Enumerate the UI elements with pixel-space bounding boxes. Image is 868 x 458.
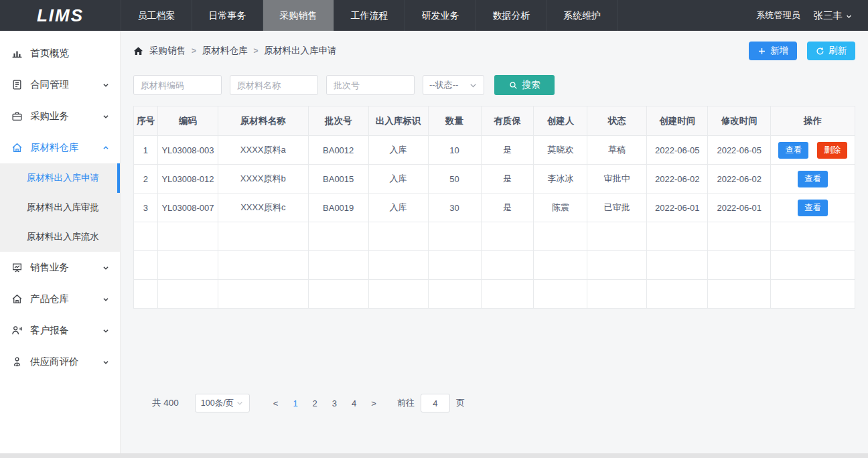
breadcrumb-item[interactable]: 原材料出入库申请 <box>265 45 337 57</box>
sidebar-subitem-label: 原材料出入库流水 <box>27 231 99 243</box>
briefcase-icon <box>11 110 23 122</box>
cell-batch: BA0015 <box>308 165 368 194</box>
page-number-2[interactable]: 2 <box>313 398 317 408</box>
home-icon <box>133 46 143 56</box>
col-header-index: 序号 <box>134 106 158 136</box>
search-icon <box>509 81 518 90</box>
sidebar-subitem-inout-apply[interactable]: 原材料出入库申请 <box>0 163 120 193</box>
table-row: 2 YL03008-012 XXXX原料b BA0015 入库 50 是 李冰冰… <box>134 165 855 194</box>
nav-tab-purchase-sales[interactable]: 采购销售 <box>263 0 334 31</box>
cell-warranty: 是 <box>481 194 534 222</box>
page-size-value: 100条/页 <box>201 398 234 409</box>
nav-tab-rnd-business[interactable]: 研发业务 <box>405 0 476 31</box>
refresh-button-label: 刷新 <box>828 45 847 57</box>
sidebar-subitem-inout-flow[interactable]: 原材料出入库流水 <box>0 222 120 252</box>
cell-batch: BA0012 <box>308 136 368 165</box>
next-page-button[interactable]: > <box>371 398 376 408</box>
view-button[interactable]: 查看 <box>798 200 828 216</box>
sidebar-item-supplier-evaluation[interactable]: 供应商评价 <box>0 346 120 378</box>
delete-button[interactable]: 删除 <box>817 142 847 159</box>
pagination: 共 400 100条/页 < 1 2 3 4 > 前往 页 <box>133 394 855 412</box>
nav-tab-workflow[interactable]: 工作流程 <box>334 0 405 31</box>
sidebar-item-raw-material-warehouse[interactable]: 原材料仓库 <box>0 132 120 163</box>
breadcrumb-item[interactable]: 采购销售 <box>149 45 186 57</box>
cell-name: XXXX原料c <box>218 194 308 222</box>
table-row-empty <box>134 222 855 251</box>
refresh-button[interactable]: 刷新 <box>807 42 855 60</box>
nav-tabs: 员工档案 日常事务 采购销售 工作流程 研发业务 数据分析 系统维护 <box>121 0 618 31</box>
breadcrumb-item[interactable]: 原材料仓库 <box>202 45 248 57</box>
cell-index: 2 <box>134 165 158 194</box>
status-select-value: --状态-- <box>429 79 458 91</box>
table-row-empty <box>134 280 855 309</box>
sidebar-item-home-overview[interactable]: 首页概览 <box>0 37 120 69</box>
material-code-input[interactable] <box>133 75 222 95</box>
goto-page-input[interactable] <box>421 394 450 412</box>
cell-creator: 李冰冰 <box>534 165 587 194</box>
col-header-code: 编码 <box>157 106 218 136</box>
page-bottom-strip <box>0 453 868 458</box>
cell-actions: 查看 <box>771 165 855 194</box>
cell-qty: 10 <box>428 136 481 165</box>
nav-tab-daily-affairs[interactable]: 日常事务 <box>192 0 263 31</box>
table-row-empty <box>134 251 855 280</box>
batch-number-input[interactable] <box>326 75 415 95</box>
breadcrumb-separator: > <box>192 46 196 56</box>
cell-name: XXXX原料b <box>218 165 308 194</box>
prev-page-button[interactable]: < <box>273 398 279 408</box>
cell-modified: 2022-06-05 <box>708 136 771 165</box>
page-number-1[interactable]: 1 <box>293 398 297 408</box>
sidebar-item-product-warehouse[interactable]: 产品仓库 <box>0 283 120 315</box>
nav-tab-system-maintenance[interactable]: 系统维护 <box>547 0 618 31</box>
sidebar-subitem-label: 原材料出入库申请 <box>27 172 99 184</box>
customer-icon <box>11 325 23 336</box>
material-name-input[interactable] <box>230 75 318 95</box>
top-navbar: LIMS 员工档案 日常事务 采购销售 工作流程 研发业务 数据分析 系统维护 … <box>0 0 868 31</box>
page-number-4[interactable]: 4 <box>352 398 356 408</box>
cell-warranty: 是 <box>481 136 534 165</box>
sidebar-item-contract-management[interactable]: 合同管理 <box>0 69 120 100</box>
cell-flag: 入库 <box>368 165 428 194</box>
page-size-select[interactable]: 100条/页 <box>195 394 250 412</box>
chevron-down-icon <box>101 358 111 367</box>
chevron-down-icon <box>469 81 478 90</box>
sidebar-subitem-label: 原材料出入库审批 <box>27 202 99 214</box>
add-button[interactable]: 新增 <box>749 42 797 60</box>
raw-material-submenu: 原材料出入库申请 原材料出入库审批 原材料出入库流水 <box>0 163 120 252</box>
col-header-name: 原材料名称 <box>218 106 308 136</box>
status-select[interactable]: --状态-- <box>423 75 484 95</box>
refresh-icon <box>816 47 824 56</box>
sidebar-subitem-inout-approve[interactable]: 原材料出入库审批 <box>0 193 120 222</box>
user-menu[interactable]: 张三丰 <box>814 9 854 22</box>
nav-tab-employee-files[interactable]: 员工档案 <box>121 0 192 31</box>
table-row: 3 YL03008-007 XXXX原料c BA0019 入库 30 是 陈震 … <box>134 194 855 222</box>
sidebar-item-purchase-business[interactable]: 采购业务 <box>0 100 120 132</box>
app-logo: LIMS <box>0 0 121 31</box>
view-button[interactable]: 查看 <box>798 171 828 187</box>
sidebar-item-label: 供应商评价 <box>30 356 101 368</box>
cell-status: 草稿 <box>587 136 647 165</box>
data-table-wrap: 序号 编码 原材料名称 批次号 出入库标识 数量 有质保 创建人 状态 创建时间… <box>133 106 855 309</box>
sidebar-item-label: 销售业务 <box>30 261 101 274</box>
breadcrumb: 采购销售 > 原材料仓库 > 原材料出入库申请 <box>133 45 337 57</box>
sidebar-item-customer-report[interactable]: 客户报备 <box>0 315 120 346</box>
cell-index: 1 <box>134 136 158 165</box>
sidebar: 首页概览 合同管理 采购业务 原材料仓库 原材料出入库申请 原材料出入库审批 <box>0 31 121 458</box>
search-button[interactable]: 搜索 <box>494 75 555 95</box>
user-area: 系统管理员 张三丰 <box>757 0 868 31</box>
user-role: 系统管理员 <box>757 9 800 21</box>
nav-tab-data-analysis[interactable]: 数据分析 <box>476 0 547 31</box>
col-header-creator: 创建人 <box>534 106 587 136</box>
page-number-3[interactable]: 3 <box>332 398 337 408</box>
supplier-icon <box>11 356 23 368</box>
sidebar-item-sales-business[interactable]: 销售业务 <box>0 252 120 283</box>
filter-bar: --状态-- 搜索 <box>133 75 855 95</box>
cell-actions: 查看 <box>771 194 855 222</box>
view-button[interactable]: 查看 <box>778 142 808 159</box>
cell-name: XXXX原料a <box>218 136 308 165</box>
cell-modified: 2022-06-01 <box>708 194 771 222</box>
col-header-status: 状态 <box>587 106 647 136</box>
user-name: 张三丰 <box>814 9 843 22</box>
chevron-down-icon <box>101 263 111 273</box>
cell-qty: 30 <box>428 194 481 222</box>
